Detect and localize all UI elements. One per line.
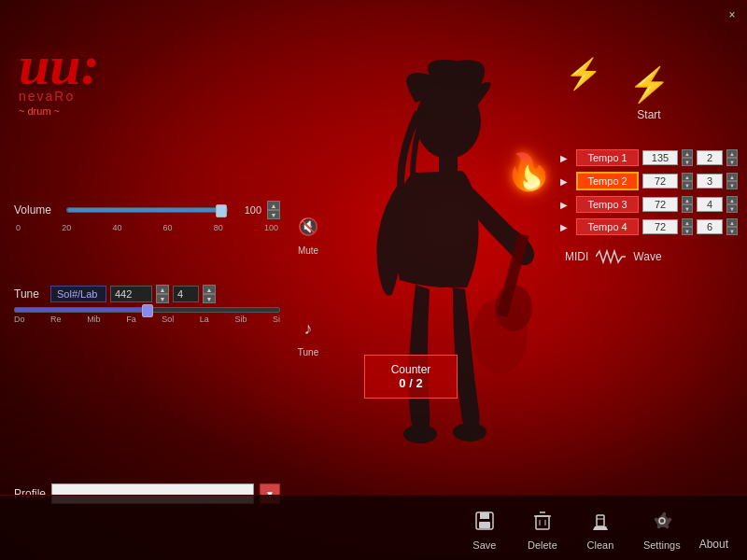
tempo-3-value[interactable] [642, 197, 678, 212]
volume-slider-fill [67, 208, 227, 212]
tempo-1-beats-up[interactable]: ▲ [726, 149, 738, 158]
tempo-1-beats-spinner[interactable]: ▲ ▼ [726, 149, 738, 166]
tempo-3-beats-down[interactable]: ▼ [726, 204, 738, 213]
tempo-3-spinner[interactable]: ▲ ▼ [682, 196, 693, 213]
clean-button[interactable]: Clean [585, 506, 615, 551]
tempo-4-beats-down[interactable]: ▼ [726, 227, 738, 235]
tune-button[interactable]: ♪ [291, 312, 325, 345]
volume-section: Volume 100 ▲ ▼ 0 20 40 60 80 100 [14, 201, 280, 232]
tune-slider-track[interactable] [14, 307, 280, 313]
logo-area: uu: nevaRo ~ drum ~ [19, 37, 224, 177]
note-re: Re [50, 315, 62, 324]
tempo-4-spinner[interactable]: ▲ ▼ [682, 218, 693, 235]
tempo-4-name[interactable]: Tempo 4 [576, 218, 639, 235]
tune-note-display: Sol#/Lab [50, 286, 106, 302]
tempo-4-beats-spinner[interactable]: ▲ ▼ [726, 218, 738, 235]
counter-box: Counter 0 / 2 [364, 355, 458, 399]
tick-0: 0 [16, 223, 21, 232]
tempo-2-value[interactable] [642, 174, 678, 189]
tempo-row-4: ▶ Tempo 4 ▲ ▼ ▲ ▼ [560, 218, 738, 235]
svg-rect-1 [439, 154, 458, 173]
midi-wave-icon[interactable] [596, 249, 626, 264]
tempo-2-beats[interactable] [697, 174, 723, 189]
tune-btn-label: Tune [298, 347, 318, 357]
app-window: × uu: nevaRo ~ drum ~ Volume 100 ▲ ▼ 0 2… [0, 0, 747, 560]
tempo-4-value[interactable] [642, 219, 678, 234]
tempo-2-spinner[interactable]: ▲ ▼ [682, 173, 693, 189]
tempo-2-beats-spinner[interactable]: ▲ ▼ [726, 173, 738, 189]
tempo-4-spin-up[interactable]: ▲ [682, 218, 693, 227]
volume-spin-up[interactable]: ▲ [267, 201, 280, 210]
tempo-4-beats[interactable] [697, 219, 723, 234]
start-icon[interactable]: ⚡ [560, 65, 738, 105]
tempo-1-spinner[interactable]: ▲ ▼ [682, 149, 693, 166]
volume-slider-container [66, 207, 228, 213]
tune-octave-spinner[interactable]: ▲ ▼ [203, 285, 216, 303]
volume-value: 100 [233, 204, 261, 216]
tempo-1-name[interactable]: Tempo 1 [576, 149, 639, 166]
tempo-section: ▶ Tempo 1 ▲ ▼ ▲ ▼ ▶ Tempo 2 ▲ [560, 149, 738, 235]
volume-spinner[interactable]: ▲ ▼ [267, 201, 280, 219]
tune-octave-spin-down[interactable]: ▼ [203, 294, 216, 303]
tempo-1-beats-down[interactable]: ▼ [726, 158, 738, 166]
logo-sub2: ~ drum ~ [19, 105, 224, 117]
tempo-4-spin-down[interactable]: ▼ [682, 227, 693, 235]
tempo-1-value[interactable] [642, 150, 678, 165]
tempo-3-spin-up[interactable]: ▲ [682, 196, 693, 204]
note-do: Do [14, 315, 25, 324]
tempo-3-beats-spinner[interactable]: ▲ ▼ [726, 196, 738, 213]
svg-rect-10 [536, 516, 549, 529]
clean-label: Clean [587, 539, 614, 551]
volume-slider-thumb[interactable] [216, 204, 227, 217]
settings-button[interactable]: Settings [643, 506, 681, 551]
tempo-1-play[interactable]: ▶ [560, 151, 572, 164]
tune-frequency[interactable]: 442 [110, 286, 152, 302]
tune-octave-spin-up[interactable]: ▲ [203, 285, 216, 294]
tempo-3-beats[interactable] [697, 197, 723, 212]
delete-button[interactable]: Delete [528, 506, 557, 551]
save-button[interactable]: Save [470, 506, 500, 551]
tempo-2-beats-up[interactable]: ▲ [726, 173, 738, 181]
delete-icon [528, 506, 557, 536]
tempo-1-beats[interactable] [697, 150, 723, 165]
tune-slider-thumb[interactable] [142, 304, 153, 317]
logo-subtitle: nevaRo [19, 89, 224, 104]
svg-rect-8 [480, 512, 489, 519]
tempo-3-spin-down[interactable]: ▼ [682, 204, 693, 213]
tempo-1-spin-up[interactable]: ▲ [682, 149, 693, 158]
mute-label: Mute [298, 245, 318, 256]
mute-button[interactable]: 🔇 [291, 210, 325, 244]
tempo-2-play[interactable]: ▶ [560, 175, 572, 188]
note-fa: Fa [126, 315, 136, 324]
tempo-3-play[interactable]: ▶ [560, 198, 572, 211]
settings-label: Settings [643, 539, 681, 551]
tick-20: 20 [62, 223, 71, 232]
tune-freq-spin-up[interactable]: ▲ [156, 285, 169, 294]
save-label: Save [472, 539, 496, 551]
tune-octave[interactable]: 4 [173, 286, 199, 302]
tempo-2-spin-up[interactable]: ▲ [682, 173, 693, 181]
volume-spin-down[interactable]: ▼ [267, 210, 280, 219]
midi-label: MIDI [565, 250, 588, 263]
tune-section: Tune Sol#/Lab 442 ▲ ▼ 4 ▲ ▼ Do Re Mib Fa… [14, 285, 280, 324]
volume-slider-track[interactable] [66, 207, 228, 213]
tempo-1-spin-down[interactable]: ▼ [682, 158, 693, 166]
settings-icon [647, 506, 677, 536]
tempo-2-beats-down[interactable]: ▼ [726, 181, 738, 189]
tempo-2-name[interactable]: Tempo 2 [576, 172, 639, 190]
tune-freq-spinner[interactable]: ▲ ▼ [156, 285, 169, 303]
tempo-4-play[interactable]: ▶ [560, 220, 572, 233]
volume-ticks: 0 20 40 60 80 100 [14, 223, 280, 232]
tempo-3-name[interactable]: Tempo 3 [576, 196, 639, 213]
tempo-3-beats-up[interactable]: ▲ [726, 196, 738, 204]
about-label[interactable]: About [699, 538, 728, 560]
note-sib: Sib [234, 315, 247, 324]
tune-freq-spin-down[interactable]: ▼ [156, 294, 169, 303]
bottom-toolbar: Save Delete [0, 495, 747, 560]
svg-rect-4 [497, 233, 529, 317]
svg-point-5 [403, 425, 437, 443]
close-button[interactable]: × [725, 7, 740, 22]
tempo-2-spin-down[interactable]: ▼ [682, 181, 693, 189]
flame-decoration: 🔥 [498, 143, 557, 200]
tempo-4-beats-up[interactable]: ▲ [726, 218, 738, 227]
